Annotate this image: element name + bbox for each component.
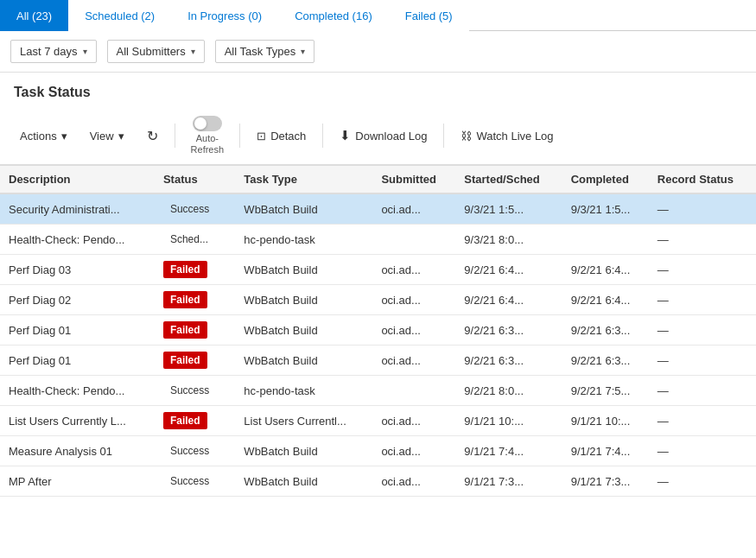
cell-description: Health-Check: Pendo... [0, 376, 155, 406]
cell-status: Failed [155, 346, 235, 376]
view-chevron-icon: ▾ [118, 130, 124, 143]
table-row[interactable]: Perf Diag 01FailedWbBatch Buildoci.ad...… [0, 346, 756, 376]
cell-status: Success [155, 466, 235, 497]
table-body: Security Administrati...SuccessWbBatch B… [0, 193, 756, 497]
cell-completed: 9/1/21 7:4... [562, 436, 649, 466]
toggle-thumb [194, 117, 206, 130]
cell-task-type: WbBatch Build [235, 315, 372, 346]
cell-completed: 9/2/21 7:5... [562, 376, 649, 406]
cell-started: 9/2/21 8:0... [455, 376, 562, 406]
task-table: DescriptionStatusTask TypeSubmittedStart… [0, 165, 756, 497]
table-row[interactable]: Security Administrati...SuccessWbBatch B… [0, 193, 756, 225]
tab-failed--5-[interactable]: Failed (5) [389, 0, 469, 31]
table-row[interactable]: MP AfterSuccessWbBatch Buildoci.ad...9/1… [0, 466, 756, 497]
refresh-button[interactable]: ↻ [137, 122, 168, 150]
cell-completed: 9/2/21 6:3... [562, 346, 649, 376]
tab-bar: All (23)Scheduled (2)In Progress (0)Comp… [0, 0, 756, 31]
download-log-button[interactable]: ⬇ Download Log [330, 122, 436, 149]
table-row[interactable]: Perf Diag 01FailedWbBatch Buildoci.ad...… [0, 315, 756, 346]
cell-task-type: WbBatch Build [235, 436, 372, 466]
toolbar-divider-3 [322, 124, 323, 148]
cell-submitted: oci.ad... [372, 406, 455, 436]
cell-task-type: List Users Currentl... [235, 406, 372, 436]
cell-record-status: — [649, 376, 756, 406]
time-filter[interactable]: Last 7 days▾ [10, 40, 97, 63]
cell-completed: 9/1/21 10:... [562, 406, 649, 436]
cell-task-type: hc-pendo-task [235, 225, 372, 255]
col-completed: Completed [562, 166, 649, 194]
col-task-type: Task Type [235, 166, 372, 194]
table-row[interactable]: Health-Check: Pendo...Successhc-pendo-ta… [0, 376, 756, 406]
watch-icon: ⛓ [461, 130, 472, 143]
col-description: Description [0, 166, 155, 194]
actions-button[interactable]: Actions ▾ [10, 124, 77, 149]
cell-submitted: oci.ad... [372, 193, 455, 225]
cell-record-status: — [649, 406, 756, 436]
cell-description: Perf Diag 03 [0, 255, 155, 285]
detach-label: Detach [270, 130, 306, 143]
detach-button[interactable]: ⊡ Detach [247, 124, 315, 149]
table-row[interactable]: Perf Diag 02FailedWbBatch Buildoci.ad...… [0, 285, 756, 315]
actions-label: Actions [20, 130, 57, 143]
cell-submitted: oci.ad... [372, 315, 455, 346]
cell-completed: 9/2/21 6:3... [562, 315, 649, 346]
tab-all--23-[interactable]: All (23) [0, 0, 68, 31]
tab-in-progress--0-[interactable]: In Progress (0) [171, 0, 278, 31]
cell-started: 9/3/21 1:5... [455, 193, 562, 225]
cell-status: Success [155, 376, 235, 406]
cell-submitted: oci.ad... [372, 285, 455, 315]
cell-status: Failed [155, 406, 235, 436]
actions-chevron-icon: ▾ [61, 130, 67, 143]
auto-refresh-toggle[interactable]: Auto-Refresh [182, 112, 233, 159]
toolbar-divider-4 [443, 124, 444, 148]
submitters-filter[interactable]: All Submitters▾ [107, 40, 205, 63]
filter-bar: Last 7 days▾All Submitters▾All Task Type… [0, 31, 756, 73]
time-filter-label: Last 7 days [20, 45, 78, 58]
watch-live-log-button[interactable]: ⛓ Watch Live Log [451, 124, 562, 149]
cell-status: Failed [155, 285, 235, 315]
task-types-filter[interactable]: All Task Types▾ [215, 40, 315, 63]
cell-completed: 9/3/21 1:5... [562, 193, 649, 225]
cell-submitted [372, 225, 455, 255]
view-button[interactable]: View ▾ [80, 124, 134, 149]
page-title: Task Status [0, 73, 756, 107]
cell-description: Perf Diag 01 [0, 315, 155, 346]
cell-started: 9/1/21 10:... [455, 406, 562, 436]
cell-submitted: oci.ad... [372, 436, 455, 466]
cell-status: Success [155, 436, 235, 466]
cell-record-status: — [649, 346, 756, 376]
watch-live-log-label: Watch Live Log [476, 130, 553, 143]
cell-description: Perf Diag 01 [0, 346, 155, 376]
cell-completed [562, 225, 649, 255]
cell-started: 9/3/21 8:0... [455, 225, 562, 255]
cell-task-type: WbBatch Build [235, 346, 372, 376]
table-header: DescriptionStatusTask TypeSubmittedStart… [0, 166, 756, 194]
col-status: Status [155, 166, 235, 194]
cell-task-type: WbBatch Build [235, 255, 372, 285]
cell-started: 9/2/21 6:3... [455, 315, 562, 346]
cell-description: Measure Analysis 01 [0, 436, 155, 466]
download-icon: ⬇ [340, 128, 351, 143]
cell-task-type: WbBatch Build [235, 193, 372, 225]
download-log-label: Download Log [355, 130, 427, 143]
cell-status: Success [155, 193, 235, 225]
view-label: View [90, 130, 114, 143]
table-row[interactable]: Perf Diag 03FailedWbBatch Buildoci.ad...… [0, 255, 756, 285]
cell-submitted: oci.ad... [372, 346, 455, 376]
cell-record-status: — [649, 315, 756, 346]
cell-completed: 9/2/21 6:4... [562, 285, 649, 315]
cell-record-status: — [649, 193, 756, 225]
tab-scheduled--2-[interactable]: Scheduled (2) [68, 0, 171, 31]
cell-description: Security Administrati... [0, 193, 155, 225]
col-record-status: Record Status [649, 166, 756, 194]
cell-task-type: WbBatch Build [235, 285, 372, 315]
refresh-icon: ↻ [147, 128, 158, 144]
toggle-track[interactable] [193, 116, 222, 131]
tab-completed--16-[interactable]: Completed (16) [278, 0, 389, 31]
table-row[interactable]: Measure Analysis 01SuccessWbBatch Buildo… [0, 436, 756, 466]
table-row[interactable]: Health-Check: Pendo...Sched...hc-pendo-t… [0, 225, 756, 255]
toolbar-divider-2 [239, 124, 240, 148]
col-started-sched: Started/Sched [455, 166, 562, 194]
table-row[interactable]: List Users Currently L...FailedList User… [0, 406, 756, 436]
cell-record-status: — [649, 285, 756, 315]
